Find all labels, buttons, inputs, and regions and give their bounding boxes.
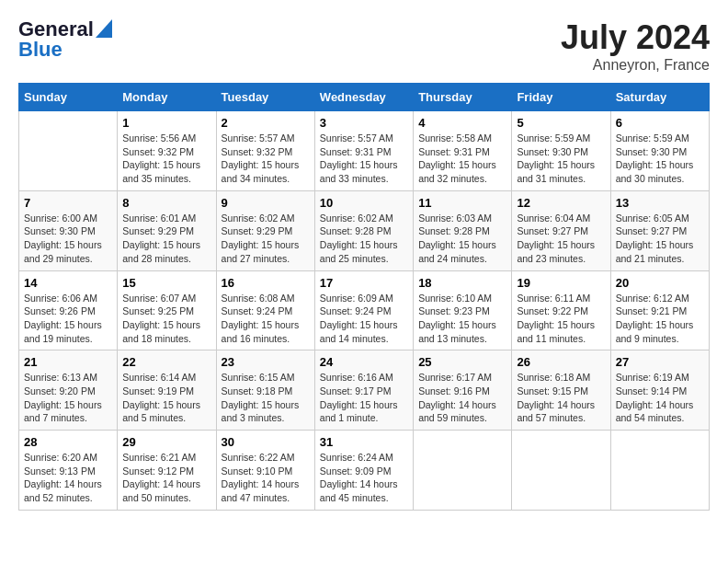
day-info: Sunrise: 6:05 AM Sunset: 9:27 PM Dayligh… xyxy=(616,212,704,266)
calendar-cell: 5Sunrise: 5:59 AM Sunset: 9:30 PM Daylig… xyxy=(512,111,610,191)
day-number: 6 xyxy=(616,116,704,130)
day-number: 7 xyxy=(24,196,112,210)
day-number: 25 xyxy=(418,355,506,369)
calendar-cell xyxy=(512,431,610,511)
day-info: Sunrise: 6:13 AM Sunset: 9:20 PM Dayligh… xyxy=(24,371,112,425)
day-number: 19 xyxy=(517,276,605,290)
day-info: Sunrise: 6:21 AM Sunset: 9:12 PM Dayligh… xyxy=(122,451,210,505)
calendar-cell xyxy=(19,111,118,191)
day-info: Sunrise: 5:57 AM Sunset: 9:31 PM Dayligh… xyxy=(320,132,408,186)
day-info: Sunrise: 5:57 AM Sunset: 9:32 PM Dayligh… xyxy=(222,132,310,186)
sub-title: Anneyron, France xyxy=(561,57,710,74)
day-number: 2 xyxy=(222,116,310,130)
day-number: 15 xyxy=(122,276,210,290)
calendar-table: SundayMondayTuesdayWednesdayThursdayFrid… xyxy=(18,83,710,511)
calendar-cell: 19Sunrise: 6:11 AM Sunset: 9:22 PM Dayli… xyxy=(512,270,610,350)
day-number: 9 xyxy=(222,196,310,210)
day-info: Sunrise: 6:16 AM Sunset: 9:17 PM Dayligh… xyxy=(320,371,408,425)
day-info: Sunrise: 6:12 AM Sunset: 9:21 PM Dayligh… xyxy=(616,292,704,346)
calendar-cell: 15Sunrise: 6:07 AM Sunset: 9:25 PM Dayli… xyxy=(118,270,216,350)
day-number: 23 xyxy=(222,355,310,369)
page-header: General Blue July 2024 Anneyron, France xyxy=(18,18,710,74)
calendar-cell: 16Sunrise: 6:08 AM Sunset: 9:24 PM Dayli… xyxy=(216,270,314,350)
day-number: 18 xyxy=(418,276,506,290)
day-info: Sunrise: 6:06 AM Sunset: 9:26 PM Dayligh… xyxy=(24,292,112,346)
calendar-cell: 9Sunrise: 6:02 AM Sunset: 9:29 PM Daylig… xyxy=(216,190,314,270)
calendar-cell: 17Sunrise: 6:09 AM Sunset: 9:24 PM Dayli… xyxy=(314,270,413,350)
column-header-friday: Friday xyxy=(512,84,610,111)
day-info: Sunrise: 5:59 AM Sunset: 9:30 PM Dayligh… xyxy=(517,132,605,186)
day-info: Sunrise: 6:18 AM Sunset: 9:15 PM Dayligh… xyxy=(517,371,605,425)
column-header-sunday: Sunday xyxy=(19,84,118,111)
calendar-cell: 22Sunrise: 6:14 AM Sunset: 9:19 PM Dayli… xyxy=(118,350,216,431)
calendar-cell: 11Sunrise: 6:03 AM Sunset: 9:28 PM Dayli… xyxy=(414,190,512,270)
day-info: Sunrise: 6:19 AM Sunset: 9:14 PM Dayligh… xyxy=(616,371,704,425)
day-info: Sunrise: 6:09 AM Sunset: 9:24 PM Dayligh… xyxy=(320,292,408,346)
calendar-cell: 23Sunrise: 6:15 AM Sunset: 9:18 PM Dayli… xyxy=(216,350,314,431)
day-number: 24 xyxy=(320,355,408,369)
calendar-cell: 20Sunrise: 6:12 AM Sunset: 9:21 PM Dayli… xyxy=(610,270,709,350)
calendar-cell: 31Sunrise: 6:24 AM Sunset: 9:09 PM Dayli… xyxy=(314,431,413,511)
calendar-cell: 28Sunrise: 6:20 AM Sunset: 9:13 PM Dayli… xyxy=(19,431,118,511)
column-header-thursday: Thursday xyxy=(414,84,512,111)
calendar-cell: 27Sunrise: 6:19 AM Sunset: 9:14 PM Dayli… xyxy=(610,350,709,431)
day-info: Sunrise: 5:58 AM Sunset: 9:31 PM Dayligh… xyxy=(418,132,506,186)
day-info: Sunrise: 6:08 AM Sunset: 9:24 PM Dayligh… xyxy=(222,292,310,346)
day-info: Sunrise: 6:20 AM Sunset: 9:13 PM Dayligh… xyxy=(24,451,112,505)
day-number: 26 xyxy=(517,355,605,369)
day-number: 28 xyxy=(24,435,112,449)
calendar-cell: 3Sunrise: 5:57 AM Sunset: 9:31 PM Daylig… xyxy=(314,111,413,191)
logo-arrow-icon xyxy=(96,19,112,38)
calendar-cell: 1Sunrise: 5:56 AM Sunset: 9:32 PM Daylig… xyxy=(118,111,216,191)
day-info: Sunrise: 6:02 AM Sunset: 9:28 PM Dayligh… xyxy=(320,212,408,266)
column-header-monday: Monday xyxy=(118,84,216,111)
column-header-wednesday: Wednesday xyxy=(314,84,413,111)
calendar-cell xyxy=(610,431,709,511)
day-number: 5 xyxy=(517,116,605,130)
day-info: Sunrise: 6:24 AM Sunset: 9:09 PM Dayligh… xyxy=(320,451,408,505)
calendar-cell: 18Sunrise: 6:10 AM Sunset: 9:23 PM Dayli… xyxy=(414,270,512,350)
day-number: 31 xyxy=(320,435,408,449)
day-info: Sunrise: 6:15 AM Sunset: 9:18 PM Dayligh… xyxy=(222,371,310,425)
day-number: 20 xyxy=(616,276,704,290)
calendar-cell: 29Sunrise: 6:21 AM Sunset: 9:12 PM Dayli… xyxy=(118,431,216,511)
column-header-saturday: Saturday xyxy=(610,84,709,111)
calendar-cell: 30Sunrise: 6:22 AM Sunset: 9:10 PM Dayli… xyxy=(216,431,314,511)
svg-marker-0 xyxy=(96,19,112,38)
calendar-cell: 13Sunrise: 6:05 AM Sunset: 9:27 PM Dayli… xyxy=(610,190,709,270)
day-info: Sunrise: 6:17 AM Sunset: 9:16 PM Dayligh… xyxy=(418,371,506,425)
day-info: Sunrise: 6:03 AM Sunset: 9:28 PM Dayligh… xyxy=(418,212,506,266)
day-number: 8 xyxy=(122,196,210,210)
calendar-week-row: 1Sunrise: 5:56 AM Sunset: 9:32 PM Daylig… xyxy=(19,111,710,191)
day-number: 29 xyxy=(122,435,210,449)
day-info: Sunrise: 6:02 AM Sunset: 9:29 PM Dayligh… xyxy=(222,212,310,266)
day-number: 10 xyxy=(320,196,408,210)
day-info: Sunrise: 6:22 AM Sunset: 9:10 PM Dayligh… xyxy=(222,451,310,505)
calendar-cell: 8Sunrise: 6:01 AM Sunset: 9:29 PM Daylig… xyxy=(118,190,216,270)
column-header-tuesday: Tuesday xyxy=(216,84,314,111)
day-info: Sunrise: 6:00 AM Sunset: 9:30 PM Dayligh… xyxy=(24,212,112,266)
calendar-cell: 4Sunrise: 5:58 AM Sunset: 9:31 PM Daylig… xyxy=(414,111,512,191)
day-info: Sunrise: 6:01 AM Sunset: 9:29 PM Dayligh… xyxy=(122,212,210,266)
day-number: 14 xyxy=(24,276,112,290)
main-title: July 2024 xyxy=(561,18,710,57)
day-info: Sunrise: 6:11 AM Sunset: 9:22 PM Dayligh… xyxy=(517,292,605,346)
calendar-cell: 12Sunrise: 6:04 AM Sunset: 9:27 PM Dayli… xyxy=(512,190,610,270)
day-number: 16 xyxy=(222,276,310,290)
day-info: Sunrise: 6:10 AM Sunset: 9:23 PM Dayligh… xyxy=(418,292,506,346)
calendar-header-row: SundayMondayTuesdayWednesdayThursdayFrid… xyxy=(19,84,710,111)
calendar-cell: 7Sunrise: 6:00 AM Sunset: 9:30 PM Daylig… xyxy=(19,190,118,270)
calendar-week-row: 14Sunrise: 6:06 AM Sunset: 9:26 PM Dayli… xyxy=(19,270,710,350)
day-number: 4 xyxy=(418,116,506,130)
day-number: 3 xyxy=(320,116,408,130)
day-number: 11 xyxy=(418,196,506,210)
calendar-cell: 10Sunrise: 6:02 AM Sunset: 9:28 PM Dayli… xyxy=(314,190,413,270)
calendar-cell: 6Sunrise: 5:59 AM Sunset: 9:30 PM Daylig… xyxy=(610,111,709,191)
day-info: Sunrise: 6:14 AM Sunset: 9:19 PM Dayligh… xyxy=(122,371,210,425)
day-number: 27 xyxy=(616,355,704,369)
logo: General Blue xyxy=(18,18,112,61)
day-number: 30 xyxy=(222,435,310,449)
day-info: Sunrise: 6:07 AM Sunset: 9:25 PM Dayligh… xyxy=(122,292,210,346)
day-number: 13 xyxy=(616,196,704,210)
calendar-week-row: 21Sunrise: 6:13 AM Sunset: 9:20 PM Dayli… xyxy=(19,350,710,431)
